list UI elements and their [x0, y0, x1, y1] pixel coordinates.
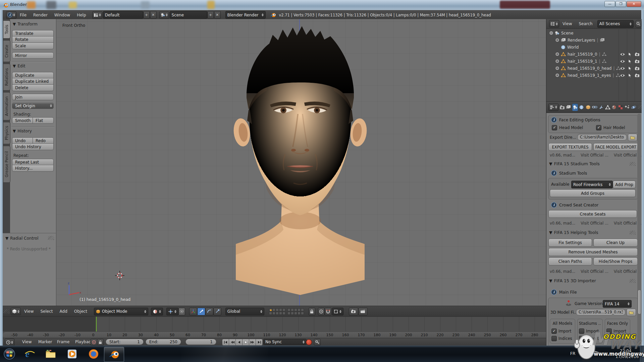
render-engine-select[interactable]: Blender Render: [225, 11, 266, 19]
panel-header-history[interactable]: ▼ History: [10, 129, 32, 133]
undo-button[interactable]: Undo: [12, 137, 33, 144]
expand-icon[interactable]: +: [555, 38, 559, 42]
layer-toggle[interactable]: [279, 308, 282, 311]
layer-toggle[interactable]: [269, 312, 272, 315]
repeat-last-button[interactable]: Repeat Last: [12, 159, 54, 165]
tray-clock[interactable]: 22:04: [620, 349, 632, 353]
layer-toggle[interactable]: [272, 312, 275, 315]
scale-button[interactable]: Scale: [12, 43, 54, 49]
translate-button[interactable]: Translate: [12, 30, 54, 37]
snap-toggle-button[interactable]: [325, 308, 331, 315]
set-origin-dropdown[interactable]: Set Origin: [12, 103, 54, 109]
renderability-camera-icon[interactable]: [635, 73, 640, 77]
renderability-camera-icon[interactable]: [635, 66, 640, 70]
end-frame-field[interactable]: End: 250: [146, 339, 181, 345]
mirror-button[interactable]: Mirror: [12, 52, 54, 59]
timeline-scrub-area[interactable]: -50-40-30-20-100102030405060708090100110…: [3, 316, 546, 338]
delete-button[interactable]: Delete: [12, 85, 54, 91]
panel-header-edit[interactable]: ▼ Edit: [10, 64, 25, 68]
history-more-button[interactable]: History...: [12, 165, 54, 172]
opengl-render-anim-button[interactable]: [358, 308, 368, 315]
add-scene-button[interactable]: +: [207, 11, 214, 19]
menu-window[interactable]: Window: [51, 13, 73, 17]
layer-toggle[interactable]: [269, 308, 272, 311]
prev-keyframe-button[interactable]: [229, 339, 236, 346]
expand-icon[interactable]: +: [555, 73, 559, 77]
layer-toggle[interactable]: [282, 312, 285, 315]
duplicate-linked-button[interactable]: Duplicate Linked: [12, 78, 54, 85]
pivot-center-select[interactable]: [166, 308, 178, 315]
layer-grid-1[interactable]: [269, 308, 285, 315]
game-version-select[interactable]: FIFA 14: [603, 300, 632, 308]
properties-editor-type-selector[interactable]: [548, 104, 558, 111]
smooth-button[interactable]: Smooth: [12, 117, 33, 124]
outliner-filter-select[interactable]: All Scenes: [597, 20, 634, 28]
clean-paths-button[interactable]: Clean Paths: [548, 257, 592, 265]
lock-to-scene-button[interactable]: [309, 308, 315, 315]
layer-toggle[interactable]: [272, 308, 275, 311]
panel-resize-hatch[interactable]: [48, 236, 54, 240]
tab-physics[interactable]: [631, 104, 636, 111]
layer-toggle[interactable]: [276, 308, 279, 311]
manipulator-toggle[interactable]: [178, 308, 185, 315]
timeline-playhead[interactable]: [96, 317, 97, 331]
visibility-eye-icon[interactable]: [620, 53, 625, 56]
maximize-button[interactable]: ❐: [615, 1, 626, 7]
tab-object[interactable]: [585, 104, 591, 111]
layer-toggle[interactable]: [282, 308, 285, 311]
delete-layout-button[interactable]: ✕: [150, 11, 157, 19]
layer-toggle[interactable]: [279, 312, 282, 315]
sync-select[interactable]: No Sync: [263, 339, 307, 345]
importer-section-header[interactable]: ▼ FIFA 15 3D Importer: [549, 278, 596, 283]
collapse-icon[interactable]: −: [549, 31, 553, 35]
start-button[interactable]: [3, 347, 16, 361]
screen-layout-icon-button[interactable]: [92, 11, 102, 19]
taskbar-blender-button[interactable]: [104, 347, 124, 362]
editor-type-selector[interactable]: i: [6, 11, 16, 19]
outliner-item-head-156519-0-head[interactable]: +head_156519_0_head|: [546, 65, 642, 72]
tl-menu-view[interactable]: View: [19, 340, 35, 344]
tray-date[interactable]: 17/09/2016: [615, 354, 639, 359]
tab-render[interactable]: [559, 104, 565, 111]
fix-settings-button[interactable]: Fix Settings: [548, 239, 592, 247]
timeline-ruler[interactable]: -50-40-30-20-100102030405060708090100110…: [3, 331, 546, 338]
menu-render[interactable]: Render: [30, 13, 51, 17]
renderability-camera-icon[interactable]: [635, 59, 640, 63]
outliner-item-world[interactable]: World: [546, 44, 642, 51]
menu-file[interactable]: File: [16, 13, 30, 17]
window-titlebar[interactable]: Blender — ❐ ✕: [0, 0, 644, 10]
corner-resize-hatch[interactable]: [3, 309, 9, 313]
hide-show-props-button[interactable]: Hide/Show Props: [593, 257, 638, 265]
play-reverse-button[interactable]: [235, 339, 243, 346]
layer-toggle[interactable]: [298, 312, 301, 315]
viewport-editor-type-selector[interactable]: [11, 308, 21, 315]
panel-header-transform[interactable]: ▼ Transform: [10, 22, 38, 26]
stadium-tools-section-header[interactable]: ▼ FIFA 15 Stadium Tools: [549, 161, 600, 166]
jump-to-start-button[interactable]: [222, 339, 229, 346]
hair-model-checkbox[interactable]: ✓ Hair Model: [596, 125, 625, 130]
layer-toggle[interactable]: [287, 312, 290, 315]
tab-modifiers[interactable]: [598, 104, 604, 111]
model-file-browse-button[interactable]: [627, 309, 636, 316]
shelf-tab-relations[interactable]: Relations: [3, 64, 10, 90]
clean-up-button[interactable]: Clean Up: [593, 239, 638, 247]
importer-checkbox-row[interactable]: ✓Import: [606, 328, 629, 334]
show-desktop-button[interactable]: [640, 346, 644, 362]
scale-manipulator-button[interactable]: [213, 308, 221, 315]
scene-selector-icon-button[interactable]: [159, 11, 169, 19]
taskbar-ie-icon[interactable]: e: [24, 348, 36, 360]
outliner-search-button[interactable]: [635, 20, 642, 28]
outliner-menu-view[interactable]: View: [559, 21, 575, 26]
visibility-eye-icon[interactable]: [620, 67, 625, 70]
export-dir-field[interactable]: C:\Users\Ramzi\Deskto...: [577, 134, 627, 140]
importer-checkbox-row[interactable]: ✓Import: [579, 328, 601, 334]
current-frame-field[interactable]: 1: [185, 339, 216, 345]
close-button[interactable]: ✕: [627, 1, 641, 7]
vp-menu-view[interactable]: View: [21, 309, 37, 314]
head-model[interactable]: [216, 20, 384, 297]
tab-world[interactable]: [579, 104, 584, 111]
visibility-eye-icon[interactable]: [620, 60, 625, 63]
shelf-tab-grease-pencil[interactable]: Grease Pencil: [3, 146, 10, 183]
visit-official-link[interactable]: Visit Official ...: [581, 153, 608, 158]
layer-toggle[interactable]: [298, 308, 301, 311]
